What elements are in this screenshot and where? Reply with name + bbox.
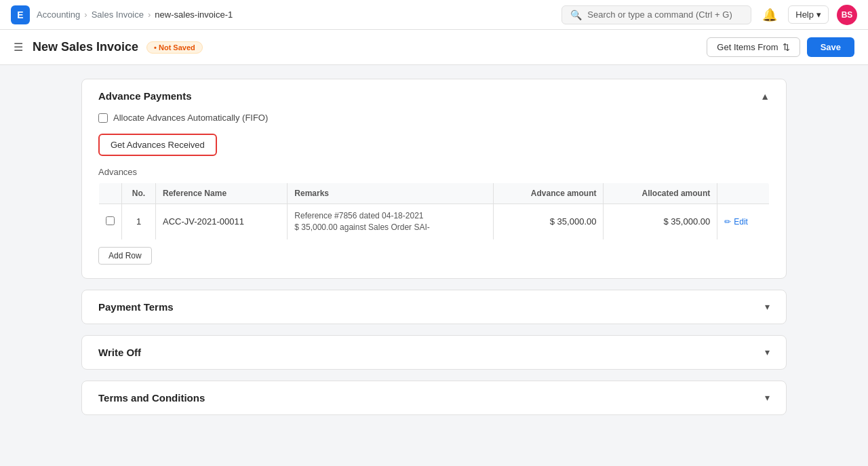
page-header: ☰ New Sales Invoice • Not Saved Get Item… xyxy=(0,30,868,65)
col-remarks: Remarks xyxy=(288,183,494,204)
breadcrumb-sep-1: › xyxy=(84,9,87,20)
get-items-label: Get Items From xyxy=(717,42,778,52)
col-actions xyxy=(717,183,770,204)
avatar: BS xyxy=(837,5,857,25)
edit-icon: ✏ xyxy=(724,217,731,227)
advances-label: Advances xyxy=(98,167,770,177)
row-advance-amount: $ 35,000.00 xyxy=(494,204,604,240)
main-content: Advance Payments ▲ Allocate Advances Aut… xyxy=(0,65,868,466)
breadcrumb: Accounting › Sales Invoice › new-sales-i… xyxy=(37,9,233,20)
nav-right: 🔍 Search or type a command (Ctrl + G) 🔔 … xyxy=(561,5,857,25)
terms-and-conditions-collapse-icon: ▾ xyxy=(765,392,770,403)
notification-bell[interactable]: 🔔 xyxy=(760,5,780,25)
advances-table: No. Reference Name Remarks Advance amoun… xyxy=(98,182,770,240)
page-title: New Sales Invoice xyxy=(33,40,138,54)
advance-payments-section: Advance Payments ▲ Allocate Advances Aut… xyxy=(81,79,787,279)
payment-terms-section: Payment Terms ▾ xyxy=(81,290,787,324)
write-off-header[interactable]: Write Off ▾ xyxy=(82,336,786,369)
terms-and-conditions-title: Terms and Conditions xyxy=(98,392,205,404)
write-off-collapse-icon: ▾ xyxy=(765,347,770,357)
terms-and-conditions-section: Terms and Conditions ▾ xyxy=(81,381,787,415)
search-bar[interactable]: 🔍 Search or type a command (Ctrl + G) xyxy=(561,5,751,24)
menu-icon[interactable]: ☰ xyxy=(14,41,23,54)
col-reference-name: Reference Name xyxy=(156,183,288,204)
terms-and-conditions-header[interactable]: Terms and Conditions ▾ xyxy=(82,381,786,414)
payment-terms-header[interactable]: Payment Terms ▾ xyxy=(82,290,786,324)
help-button[interactable]: Help ▾ xyxy=(788,5,829,24)
help-chevron-icon: ▾ xyxy=(816,9,821,20)
edit-row-button[interactable]: ✏ Edit xyxy=(724,217,748,227)
header-actions: Get Items From ⇅ Save xyxy=(707,37,854,57)
allocate-automatically-checkbox[interactable] xyxy=(98,113,108,123)
col-advance-amount: Advance amount xyxy=(494,183,604,204)
row-no: 1 xyxy=(122,204,156,240)
breadcrumb-accounting[interactable]: Accounting xyxy=(37,9,80,20)
advance-payments-collapse-icon: ▲ xyxy=(760,91,770,102)
get-advances-received-button[interactable]: Get Advances Received xyxy=(98,134,217,156)
row-edit-cell: ✏ Edit xyxy=(717,204,770,240)
row-remarks: Reference #7856 dated 04-18-2021$ 35,000… xyxy=(288,204,494,240)
top-nav: E Accounting › Sales Invoice › new-sales… xyxy=(0,0,868,30)
write-off-section: Write Off ▾ xyxy=(81,335,787,370)
breadcrumb-sales-invoice[interactable]: Sales Invoice xyxy=(92,9,144,20)
get-items-chevron-icon: ⇅ xyxy=(783,42,790,52)
search-placeholder: Search or type a command (Ctrl + G) xyxy=(587,9,732,20)
table-row: 1 ACC-JV-2021-00011 Reference #7856 date… xyxy=(99,204,770,240)
edit-label: Edit xyxy=(734,217,748,227)
row-reference-name: ACC-JV-2021-00011 xyxy=(156,204,288,240)
breadcrumb-sep-2: › xyxy=(148,9,151,20)
col-no: No. xyxy=(122,183,156,204)
payment-terms-title: Payment Terms xyxy=(98,301,174,313)
col-checkbox xyxy=(99,183,122,204)
breadcrumb-current: new-sales-invoice-1 xyxy=(155,9,233,20)
row-allocated-amount: $ 35,000.00 xyxy=(604,204,717,240)
allocate-automatically-row: Allocate Advances Automatically (FIFO) xyxy=(98,113,770,123)
col-allocated-amount: Allocated amount xyxy=(604,183,717,204)
app-logo: E xyxy=(11,5,30,24)
write-off-title: Write Off xyxy=(98,347,141,358)
get-items-from-button[interactable]: Get Items From ⇅ xyxy=(707,37,800,57)
search-icon: 🔍 xyxy=(570,9,582,20)
add-row-button[interactable]: Add Row xyxy=(98,247,152,265)
row-checkbox[interactable] xyxy=(106,216,115,225)
advance-payments-title: Advance Payments xyxy=(98,90,192,102)
advance-payments-content: Allocate Advances Automatically (FIFO) G… xyxy=(82,113,786,278)
save-button[interactable]: Save xyxy=(807,37,854,57)
help-label: Help xyxy=(795,9,814,20)
row-checkbox-cell xyxy=(99,204,122,240)
payment-terms-collapse-icon: ▾ xyxy=(765,301,770,312)
not-saved-badge: • Not Saved xyxy=(146,41,203,54)
allocate-automatically-label: Allocate Advances Automatically (FIFO) xyxy=(113,113,268,123)
advance-payments-header[interactable]: Advance Payments ▲ xyxy=(82,79,786,113)
